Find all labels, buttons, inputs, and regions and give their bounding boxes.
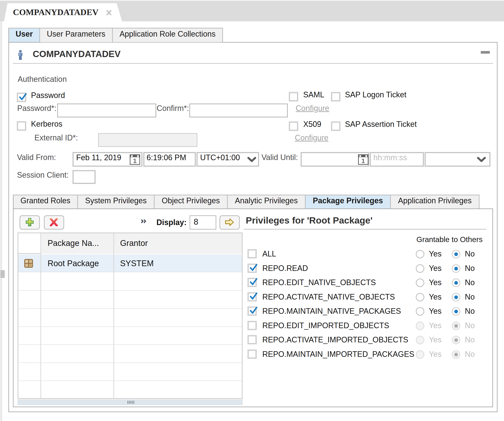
svg-text:1: 1 — [133, 157, 137, 164]
svg-text:1: 1 — [361, 157, 365, 164]
